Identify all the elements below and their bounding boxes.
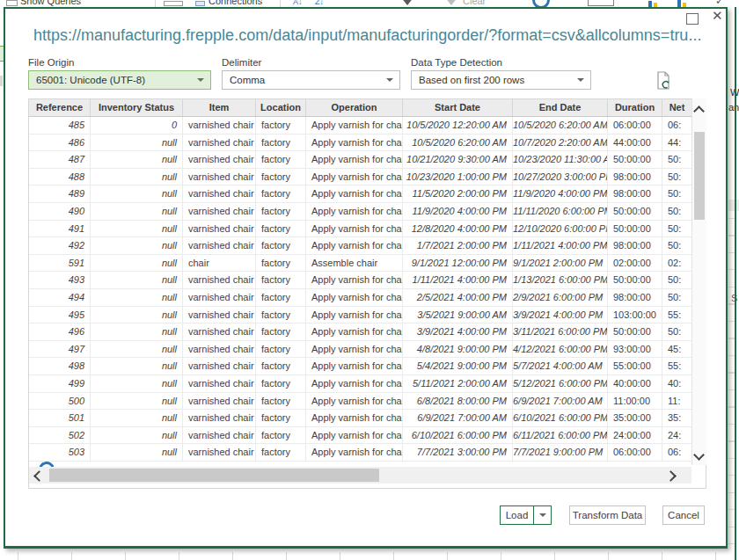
cell-reference: 489 xyxy=(29,185,91,202)
cell-operation: Apply varnish for chair xyxy=(306,185,403,202)
cell-reference: 493 xyxy=(29,272,91,288)
cell-operation: Assemble chair xyxy=(306,255,403,272)
excel-ribbon-fragment: Show Queries Connections A↓ Z↓ Clear ✓ xyxy=(0,0,739,7)
checkmark-icon: ✓ xyxy=(715,0,724,7)
file-origin-dropdown[interactable]: 65001: Unicode (UTF-8) xyxy=(28,70,211,90)
cell-reference: 499 xyxy=(29,375,91,392)
sort-za-icon: Z↓ xyxy=(315,0,324,6)
properties-icon xyxy=(164,1,183,6)
cell-net: 55: xyxy=(662,358,692,375)
delimiter-label: Delimiter xyxy=(222,57,261,68)
horizontal-scrollbar-thumb[interactable] xyxy=(49,469,379,482)
cell-inventory-status: null xyxy=(91,427,183,444)
cell-operation: Apply varnish for chair xyxy=(306,307,403,324)
cell-end-date: 1/11/2021 4:00:00 PM xyxy=(513,237,608,254)
cell-operation: Apply varnish for chair xyxy=(306,341,403,358)
cell-start-date: 6/9/2021 7:00:00 AM xyxy=(403,410,513,426)
cell-duration: 11:00:00 xyxy=(608,393,662,410)
cell-location: factory xyxy=(256,375,306,392)
cell-start-date: 1/7/2021 2:00:00 PM xyxy=(403,237,513,254)
sort-az-icon: A↓ xyxy=(293,0,303,6)
cell-location: factory xyxy=(256,307,306,324)
clear-filter-icon xyxy=(444,0,458,5)
cell-location: factory xyxy=(256,135,306,151)
cell-inventory-status: null xyxy=(91,203,183,220)
cell-operation: Apply varnish for chair xyxy=(306,444,403,461)
cell-item: varnished chair xyxy=(183,289,256,306)
cell-reference: 501 xyxy=(29,410,91,426)
cell-net: 40: xyxy=(662,375,692,392)
cell-start-date: 4/8/2021 9:00:00 PM xyxy=(403,341,513,358)
cell-duration: 02:00:00 xyxy=(608,255,662,272)
cell-location: factory xyxy=(256,117,306,134)
chevron-down-icon xyxy=(197,78,204,82)
delimiter-dropdown[interactable]: Comma xyxy=(222,70,400,90)
data-type-detection-dropdown[interactable]: Based on first 200 rows xyxy=(411,70,591,90)
cell-net: 50: xyxy=(662,169,692,185)
cell-item: varnished chair xyxy=(183,427,256,444)
table-row: 494nullvarnished chairfactoryApply varni… xyxy=(29,289,706,307)
chart-bar-icon xyxy=(648,1,652,7)
load-button[interactable]: Load xyxy=(500,505,534,525)
cell-start-date: 6/10/2021 6:00:00 PM xyxy=(403,427,513,444)
window-close-button[interactable]: ✕ xyxy=(712,8,723,24)
cell-item: varnished chair xyxy=(183,185,256,202)
cell-start-date: 10/21/2020 9:30:00 AM xyxy=(403,151,513,168)
data-type-detection-value: Based on first 200 rows xyxy=(419,75,524,85)
table-row: 495nullvarnished chairfactoryApply varni… xyxy=(29,307,706,324)
column-header-end-date: End Date xyxy=(513,99,608,116)
transform-data-button[interactable]: Transform Data xyxy=(569,505,646,525)
cell-end-date: 12/10/2020 6:00:00 PM xyxy=(513,221,608,237)
table-row: 486nullvarnished chairfactoryApply varni… xyxy=(29,135,706,152)
cell-item: varnished chair xyxy=(183,237,256,254)
cancel-button[interactable]: Cancel xyxy=(662,505,705,525)
cell-duration: 55:00:00 xyxy=(608,358,662,375)
cell-end-date: 6/10/2021 6:00:00 PM xyxy=(513,410,608,426)
cell-net: 50: xyxy=(662,185,692,202)
cell-operation: Apply varnish for chair xyxy=(306,289,403,306)
cell-end-date: 3/9/2021 4:00:00 PM xyxy=(513,307,608,324)
cell-reference: 503 xyxy=(29,444,91,461)
dialog-title-url: https://manufacturing.frepple.com/data/i… xyxy=(33,26,715,45)
refresh-preview-icon[interactable] xyxy=(655,71,672,94)
cell-operation: Apply varnish for chair xyxy=(306,117,403,134)
cell-location: factory xyxy=(256,444,306,461)
table-row: 491nullvarnished chairfactoryApply varni… xyxy=(29,221,706,238)
sheet-green-border xyxy=(735,7,736,560)
cell-item: varnished chair xyxy=(183,358,256,375)
cell-end-date: 1/13/2021 6:00:00 PM xyxy=(513,272,608,288)
cell-reference: 497 xyxy=(29,341,91,358)
cell-reference: 487 xyxy=(29,151,91,168)
cell-duration: 24:00:00 xyxy=(608,427,662,444)
table-row: 499nullvarnished chairfactoryApply varni… xyxy=(29,375,706,393)
table-row: 493nullvarnished chairfactoryApply varni… xyxy=(29,272,706,289)
column-header-inventory-status: Inventory Status xyxy=(91,99,183,116)
cell-inventory-status: null xyxy=(91,444,183,461)
cell-duration: 06:00:00 xyxy=(608,444,662,461)
sheet-gridlines-bottom xyxy=(18,552,727,560)
cell-duration: 40:00:00 xyxy=(608,375,662,392)
cell-net: 44: xyxy=(662,135,692,151)
cell-item: varnished chair xyxy=(183,117,256,134)
cell-reference: 500 xyxy=(29,393,91,410)
cell-operation: Apply varnish for chair xyxy=(306,410,403,426)
table-row: 497nullvarnished chairfactoryApply varni… xyxy=(29,341,706,359)
table-row: 492nullvarnished chairfactoryApply varni… xyxy=(29,237,706,255)
window-maximize-button[interactable] xyxy=(686,13,699,25)
cell-duration: 50:00:00 xyxy=(608,324,662,340)
screen: Show Queries Connections A↓ Z↓ Clear ✓ W… xyxy=(0,0,739,560)
load-split-arrow-button[interactable] xyxy=(533,505,552,525)
preview-header-row: ReferenceInventory StatusItemLocationOpe… xyxy=(29,99,706,117)
cell-location: factory xyxy=(256,393,306,410)
cell-start-date: 5/4/2021 9:00:00 PM xyxy=(403,358,513,375)
cell-inventory-status: null xyxy=(91,237,183,254)
cell-end-date: 5/7/2021 4:00:00 AM xyxy=(513,358,608,375)
cell-item: varnished chair xyxy=(183,221,256,237)
column-header-item: Item xyxy=(183,99,256,116)
cell-start-date: 12/8/2020 4:00:00 PM xyxy=(403,221,513,237)
chevron-down-icon xyxy=(539,513,546,517)
cell-duration: 50:00:00 xyxy=(608,203,662,220)
vertical-scrollbar-thumb[interactable] xyxy=(694,132,705,220)
cell-reference: 498 xyxy=(29,358,91,375)
cell-start-date: 10/5/2020 12:20:00 AM xyxy=(403,117,513,134)
